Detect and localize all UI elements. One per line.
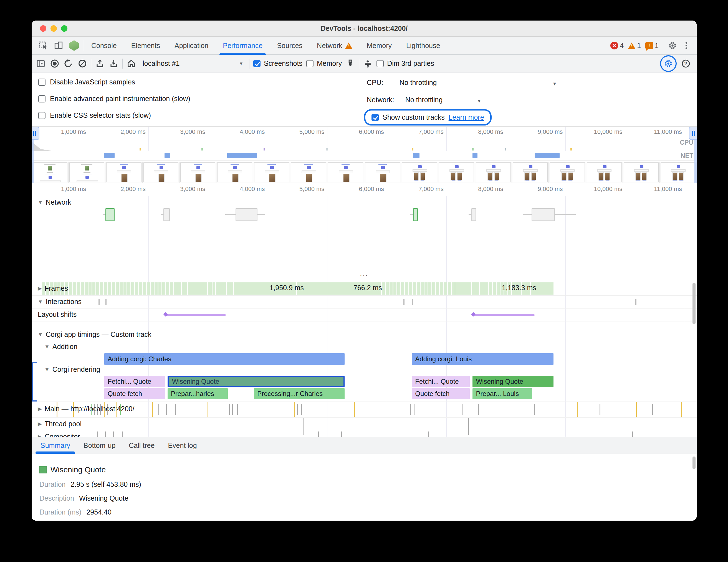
save-profile-icon[interactable] <box>109 59 118 68</box>
tab-elements[interactable]: Elements <box>124 37 167 54</box>
range-handle-left[interactable] <box>32 127 39 140</box>
screenshots-checkbox[interactable] <box>253 60 261 67</box>
track-thread-pool[interactable]: ▶Thread pool <box>38 420 82 428</box>
thread-pool-tick[interactable] <box>303 418 304 435</box>
track-compositor[interactable]: ▶Compositor <box>38 433 80 437</box>
track-resize-handle[interactable]: ... <box>360 269 368 278</box>
inspect-icon[interactable] <box>38 41 48 50</box>
compositor-tick[interactable] <box>318 432 319 437</box>
custom-track-event[interactable]: Adding corgi: Louis <box>412 353 553 365</box>
compositor-tick[interactable] <box>113 432 114 437</box>
network-request-bar[interactable] <box>532 208 555 221</box>
live-metrics-home-icon[interactable] <box>127 59 136 68</box>
main-thread-tick[interactable] <box>478 404 479 415</box>
memory-checkbox[interactable] <box>306 60 314 67</box>
main-thread-tick[interactable] <box>534 404 535 415</box>
compress-tracks-icon[interactable] <box>363 59 373 68</box>
tab-lighthouse[interactable]: Lighthouse <box>399 37 447 54</box>
compositor-tick[interactable] <box>97 432 98 437</box>
main-thread-tick[interactable] <box>297 404 298 415</box>
history-dropdown[interactable]: localhost #1 ▾ <box>140 59 245 67</box>
custom-track-event[interactable]: Adding corgi: Charles <box>104 353 345 365</box>
console-errors-badge[interactable]: ✕ 4 <box>610 42 624 50</box>
main-thread-tick[interactable] <box>636 402 637 417</box>
toggle-sidebar-icon[interactable] <box>36 59 45 68</box>
range-handle-right[interactable] <box>689 127 697 140</box>
screenshot-thumbnail[interactable] <box>253 162 290 183</box>
timeline-overview[interactable]: 1,000 ms2,000 ms3,000 ms4,000 ms5,000 ms… <box>32 127 697 183</box>
screenshot-thumbnail[interactable] <box>623 162 660 183</box>
custom-track-event[interactable]: Wisening Quote <box>168 376 345 387</box>
show-custom-tracks-setting[interactable]: Show custom tracks Learn more <box>364 109 492 125</box>
device-toolbar-icon[interactable] <box>54 41 63 50</box>
track-corgi-rendering[interactable]: ▼Corgi rendering <box>44 366 100 374</box>
chevron-down-icon[interactable]: ▾ <box>478 97 481 104</box>
custom-track-event[interactable]: Prepar... Louis <box>472 388 532 399</box>
track-layout-shifts[interactable]: Layout shifts <box>38 311 77 319</box>
custom-track-event[interactable]: Fetchi... Quote <box>412 376 469 387</box>
learn-more-link[interactable]: Learn more <box>449 113 484 121</box>
network-request-bar[interactable] <box>105 208 114 221</box>
kebab-menu-icon[interactable] <box>682 41 691 50</box>
main-thread-tick[interactable] <box>229 404 230 415</box>
screenshot-thumbnail[interactable] <box>105 162 142 183</box>
network-throttling-select[interactable]: No throttling <box>405 96 443 104</box>
track-main-thread[interactable]: ▶Main — http://localhost:4200/ <box>38 405 134 413</box>
load-profile-icon[interactable] <box>95 59 105 68</box>
network-request-bar[interactable] <box>413 208 418 221</box>
screenshot-thumbnail[interactable] <box>512 162 549 183</box>
screenshot-thumbnail[interactable] <box>475 162 512 183</box>
screenshot-thumbnail[interactable] <box>290 162 327 183</box>
settings-checkbox-row[interactable]: Enable advanced paint instrumentation (s… <box>38 95 190 103</box>
tab-performance[interactable]: Performance <box>216 37 270 54</box>
network-request-bar[interactable] <box>471 208 476 221</box>
chevron-down-icon[interactable]: ▾ <box>553 80 556 87</box>
main-thread-tick[interactable] <box>600 404 600 415</box>
main-thread-tick[interactable] <box>354 402 355 417</box>
main-thread-tick[interactable] <box>462 404 463 415</box>
capture-settings-button[interactable] <box>660 55 677 72</box>
main-thread-tick[interactable] <box>152 402 153 417</box>
network-request-bar[interactable] <box>236 208 257 221</box>
tracks-scrollbar-thumb[interactable] <box>692 283 696 324</box>
track-interactions[interactable]: ▼Interactions <box>38 298 82 306</box>
thread-pool-tick[interactable] <box>468 418 469 435</box>
screenshot-thumbnail[interactable] <box>401 162 438 183</box>
custom-track-event[interactable]: Wisening Quote <box>472 376 553 387</box>
memory-checkbox-row[interactable]: Memory <box>306 59 342 67</box>
track-addition[interactable]: ▼Addition <box>44 343 77 351</box>
help-icon[interactable]: ? <box>681 59 691 68</box>
main-thread-tick[interactable] <box>294 402 295 417</box>
screenshot-thumbnail[interactable] <box>180 162 216 183</box>
details-tab-call-tree[interactable]: Call tree <box>122 437 161 454</box>
screenshot-thumbnail[interactable] <box>32 162 69 183</box>
compositor-tick[interactable] <box>341 432 342 437</box>
main-thread-tick[interactable] <box>410 404 411 415</box>
main-thread-tick[interactable] <box>577 402 578 417</box>
custom-track-event[interactable]: Quote fetch <box>412 388 469 399</box>
main-thread-tick[interactable] <box>158 404 159 415</box>
main-thread-tick[interactable] <box>237 404 238 415</box>
screenshot-thumbnail[interactable] <box>438 162 475 183</box>
tab-network[interactable]: Network <box>310 37 360 54</box>
track-corgi-app-timings[interactable]: ▼Corgi app timings — Custom track <box>38 331 151 339</box>
tab-sources[interactable]: Sources <box>270 37 310 54</box>
track-network[interactable]: ▼Network <box>38 198 71 206</box>
main-thread-tick[interactable] <box>175 404 176 415</box>
custom-track-event[interactable]: Fetchi... Quote <box>104 376 165 387</box>
clear-icon[interactable] <box>78 59 87 68</box>
cpu-throttling-select[interactable]: No throttling <box>400 79 437 87</box>
network-request-bar[interactable] <box>163 208 170 221</box>
settings-gear-icon[interactable] <box>668 41 677 50</box>
dim-3rd-parties-checkbox-row[interactable]: Dim 3rd parties <box>376 59 434 67</box>
console-warnings-badge[interactable]: 1 <box>628 42 641 50</box>
tab-memory[interactable]: Memory <box>360 37 399 54</box>
screenshot-thumbnail[interactable] <box>216 162 253 183</box>
settings-checkbox-row[interactable]: Disable JavaScript samples <box>38 78 135 86</box>
track-frames[interactable]: ▶Frames <box>38 284 68 293</box>
tab-console[interactable]: Console <box>84 37 124 54</box>
show-custom-tracks-checkbox[interactable] <box>371 114 379 121</box>
screenshots-checkbox-row[interactable]: Screenshots <box>253 59 302 67</box>
screenshot-thumbnail[interactable] <box>143 162 180 183</box>
main-thread-tick[interactable] <box>652 404 653 415</box>
